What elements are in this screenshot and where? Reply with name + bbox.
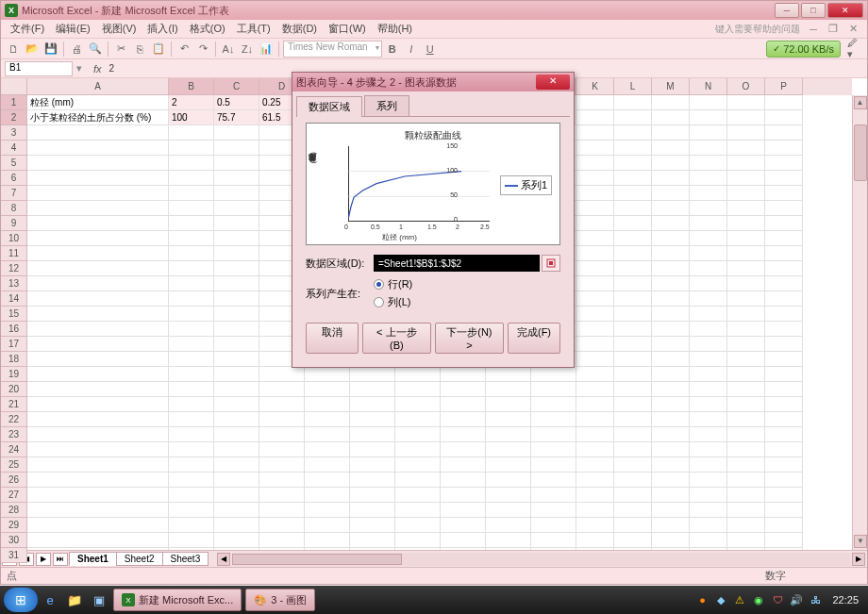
cell-P13[interactable] xyxy=(765,276,803,291)
doc-close-button[interactable]: ✕ xyxy=(843,23,863,35)
cell-O29[interactable] xyxy=(727,518,765,533)
cell-L3[interactable] xyxy=(614,125,652,141)
cell-L23[interactable] xyxy=(614,427,652,442)
cell-O11[interactable] xyxy=(727,246,765,261)
cell-A6[interactable] xyxy=(27,171,169,186)
cell-I29[interactable] xyxy=(486,518,531,533)
row-header-13[interactable]: 13 xyxy=(1,276,27,291)
cell-H19[interactable] xyxy=(441,367,486,382)
cell-M11[interactable] xyxy=(652,246,690,261)
cell-K17[interactable] xyxy=(576,337,614,352)
cell-N5[interactable] xyxy=(690,156,727,171)
cell-O2[interactable] xyxy=(727,110,765,125)
cell-E24[interactable] xyxy=(305,442,350,457)
row-header-24[interactable]: 24 xyxy=(1,442,27,457)
column-header-P[interactable]: P xyxy=(765,78,803,95)
cell-O10[interactable] xyxy=(727,231,765,246)
cell-D19[interactable] xyxy=(259,367,305,382)
fx-icon[interactable]: fx xyxy=(93,63,102,75)
cell-P5[interactable] xyxy=(765,156,803,171)
cell-P29[interactable] xyxy=(765,518,803,533)
cell-P19[interactable] xyxy=(765,367,803,382)
scroll-thumb[interactable] xyxy=(854,124,867,181)
scroll-track[interactable] xyxy=(232,553,850,566)
cell-O18[interactable] xyxy=(727,352,765,367)
tab-nav-next[interactable]: ▶ xyxy=(36,553,51,566)
sort-desc-button[interactable]: Z↓ xyxy=(239,41,256,58)
tray-network-icon[interactable]: 🖧 xyxy=(808,592,823,607)
cell-D23[interactable] xyxy=(259,427,305,442)
cell-D22[interactable] xyxy=(259,412,305,427)
cell-A15[interactable] xyxy=(27,307,169,322)
cell-L17[interactable] xyxy=(614,337,652,352)
paste-button[interactable]: 📋 xyxy=(150,41,167,58)
cell-H24[interactable] xyxy=(441,442,486,457)
cell-B12[interactable] xyxy=(169,261,214,276)
cell-B15[interactable] xyxy=(169,307,214,322)
cell-A23[interactable] xyxy=(27,427,169,442)
cell-G22[interactable] xyxy=(395,412,441,427)
cell-A10[interactable] xyxy=(27,231,169,246)
cell-M10[interactable] xyxy=(652,231,690,246)
save-button[interactable]: 💾 xyxy=(42,41,59,58)
column-header-A[interactable]: A xyxy=(27,78,169,95)
cell-D21[interactable] xyxy=(259,397,305,412)
cell-C5[interactable] xyxy=(214,156,259,171)
cell-K6[interactable] xyxy=(576,171,614,186)
cell-L18[interactable] xyxy=(614,352,652,367)
cell-L4[interactable] xyxy=(614,141,652,156)
cell-P23[interactable] xyxy=(765,427,803,442)
cell-M24[interactable] xyxy=(652,442,690,457)
cell-M17[interactable] xyxy=(652,337,690,352)
open-button[interactable]: 📂 xyxy=(24,41,41,58)
cell-H25[interactable] xyxy=(441,457,486,473)
new-button[interactable]: 🗋 xyxy=(5,41,22,58)
cell-E21[interactable] xyxy=(305,397,350,412)
cell-E27[interactable] xyxy=(305,488,350,503)
cell-I28[interactable] xyxy=(486,503,531,518)
menu-file[interactable]: 文件(F) xyxy=(5,20,50,38)
cell-O7[interactable] xyxy=(727,186,765,201)
cell-L26[interactable] xyxy=(614,473,652,488)
cell-O17[interactable] xyxy=(727,337,765,352)
cell-O20[interactable] xyxy=(727,382,765,397)
cell-N15[interactable] xyxy=(690,307,727,322)
cell-C6[interactable] xyxy=(214,171,259,186)
cell-L30[interactable] xyxy=(614,533,652,548)
cell-L25[interactable] xyxy=(614,457,652,473)
cell-K18[interactable] xyxy=(576,352,614,367)
quick-launch-explorer-icon[interactable]: 📁 xyxy=(64,589,85,610)
cell-M1[interactable] xyxy=(652,95,690,110)
cell-M8[interactable] xyxy=(652,201,690,216)
cell-O19[interactable] xyxy=(727,367,765,382)
tab-data-range[interactable]: 数据区域 xyxy=(296,96,362,117)
cell-A19[interactable] xyxy=(27,367,169,382)
cell-N7[interactable] xyxy=(690,186,727,201)
print-button[interactable]: 🖨 xyxy=(68,41,85,58)
cell-M14[interactable] xyxy=(652,291,690,307)
preview-button[interactable]: 🔍 xyxy=(87,41,104,58)
cell-B8[interactable] xyxy=(169,201,214,216)
cell-D28[interactable] xyxy=(259,503,305,518)
cell-K24[interactable] xyxy=(576,442,614,457)
cell-O25[interactable] xyxy=(727,457,765,473)
cell-E22[interactable] xyxy=(305,412,350,427)
cell-K2[interactable] xyxy=(576,110,614,125)
cell-K4[interactable] xyxy=(576,141,614,156)
tray-icon[interactable]: 🛡 xyxy=(770,592,785,607)
cell-O4[interactable] xyxy=(727,141,765,156)
cell-A25[interactable] xyxy=(27,457,169,473)
cell-M23[interactable] xyxy=(652,427,690,442)
cell-A14[interactable] xyxy=(27,291,169,307)
cell-C8[interactable] xyxy=(214,201,259,216)
cell-A9[interactable] xyxy=(27,216,169,231)
cell-P8[interactable] xyxy=(765,201,803,216)
data-range-input[interactable] xyxy=(374,255,540,272)
cell-J21[interactable] xyxy=(531,397,576,412)
cut-button[interactable]: ✂ xyxy=(112,41,129,58)
row-header-4[interactable]: 4 xyxy=(1,141,27,156)
cell-N23[interactable] xyxy=(690,427,727,442)
cell-M5[interactable] xyxy=(652,156,690,171)
cell-D20[interactable] xyxy=(259,382,305,397)
cell-C11[interactable] xyxy=(214,246,259,261)
